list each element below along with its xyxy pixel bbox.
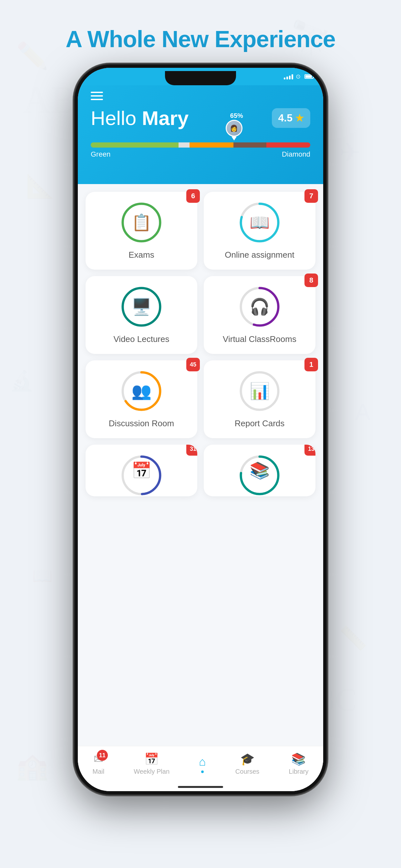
progress-percent: 65% xyxy=(230,112,243,120)
label-video-lectures: Video Lectures xyxy=(114,334,169,344)
notch xyxy=(165,71,236,85)
card-discussion-room[interactable]: 45 👥 Discussion Room xyxy=(86,361,197,438)
label-discussion-room: Discussion Room xyxy=(109,418,174,429)
phone-frame: ⊙ Hello Mary 4.5 ★ xyxy=(74,65,327,795)
hamburger-menu[interactable] xyxy=(91,92,310,100)
nav-mail[interactable]: ✉ 11 Mail xyxy=(93,752,104,775)
star-icon: ★ xyxy=(295,113,304,124)
badge-online-assignment: 7 xyxy=(305,189,318,203)
cards-grid: 6 📋 Exams 7 xyxy=(86,192,315,496)
label-online-assignment: Online assignment xyxy=(225,250,294,260)
signal-bars-icon xyxy=(284,73,293,80)
badge-item7: 31 xyxy=(186,445,197,456)
mail-badge: 11 xyxy=(97,750,108,761)
progress-orange xyxy=(189,143,234,148)
header: Hello Mary 4.5 ★ 65% 👩 xyxy=(78,68,323,184)
badge-virtual-classrooms: 8 xyxy=(305,274,318,287)
card-report-cards[interactable]: 1 📊 Report Cards xyxy=(204,361,315,438)
library-label: Library xyxy=(289,768,308,775)
card-exams[interactable]: 6 📋 Exams xyxy=(86,192,197,270)
progress-bar xyxy=(91,143,310,148)
svg-text:🔬: 🔬 xyxy=(10,369,34,392)
svg-text:🏫: 🏫 xyxy=(16,751,49,781)
svg-text:📐: 📐 xyxy=(26,173,54,199)
icon-video-lectures: 🖥️ xyxy=(120,286,162,328)
icon-report-cards: 📊 xyxy=(239,370,281,412)
library-icon: 📚 xyxy=(291,752,306,766)
svg-text:📖: 📖 xyxy=(32,566,53,585)
card-video-lectures[interactable]: 🖥️ Video Lectures xyxy=(86,276,197,354)
progress-section: 65% 👩 Green Diamond xyxy=(78,129,323,165)
avatar: 👩 xyxy=(226,120,243,136)
progress-white xyxy=(179,143,189,148)
svg-text:A: A xyxy=(355,399,370,425)
nav-library[interactable]: 📚 Library xyxy=(289,752,308,775)
progress-red xyxy=(266,143,310,148)
label-report-cards: Report Cards xyxy=(235,418,285,429)
battery-icon xyxy=(305,74,313,79)
greeting-normal: Hello xyxy=(91,107,142,129)
badge-report-cards: 1 xyxy=(305,358,318,371)
rating-value: 4.5 xyxy=(278,112,292,124)
svg-text:✈: ✈ xyxy=(339,138,361,167)
badge-exams: 6 xyxy=(186,189,200,203)
page-title: A Whole New Experience xyxy=(0,26,401,52)
home-indicator xyxy=(178,786,223,788)
courses-icon: 🎓 xyxy=(240,752,255,766)
greeting-text: Hello Mary xyxy=(91,106,189,129)
weekly-plan-label: Weekly Plan xyxy=(134,768,169,775)
home-icon: ⌂ xyxy=(199,755,206,769)
nav-courses[interactable]: 🎓 Courses xyxy=(235,752,259,775)
page-title-bold: Experience xyxy=(215,26,335,52)
wifi-icon: ⊙ xyxy=(296,73,301,80)
weekly-plan-icon: 📅 xyxy=(144,752,159,766)
label-virtual-classrooms: Virtual ClassRooms xyxy=(223,334,297,344)
icon-item7: 📅 xyxy=(120,454,162,487)
level-start-label: Green xyxy=(91,150,111,159)
icon-virtual-classrooms: 🎧 xyxy=(239,286,281,328)
progress-labels: Green Diamond xyxy=(91,150,310,159)
main-content: 6 📋 Exams 7 xyxy=(78,184,323,791)
icon-exams: 📋 xyxy=(120,202,162,244)
icon-item8: 📚 xyxy=(239,454,281,487)
level-end-label: Diamond xyxy=(282,150,310,159)
card-online-assignment[interactable]: 7 📖 Online assignment xyxy=(204,192,315,270)
label-exams: Exams xyxy=(128,250,154,260)
icon-online-assignment: 📖 xyxy=(239,202,281,244)
mail-label: Mail xyxy=(93,768,104,775)
nav-home[interactable]: ⌂ xyxy=(199,755,206,773)
greeting-bold: Mary xyxy=(142,107,189,129)
phone-screen: ⊙ Hello Mary 4.5 ★ xyxy=(78,68,323,791)
card-virtual-classrooms[interactable]: 8 🎧 Virtual ClassRooms xyxy=(204,276,315,354)
avatar-pin: 65% 👩 xyxy=(226,120,243,141)
nav-weekly-plan[interactable]: 📅 Weekly Plan xyxy=(134,752,169,775)
courses-label: Courses xyxy=(235,768,259,775)
avatar-pointer xyxy=(232,136,237,141)
progress-green xyxy=(91,143,179,148)
status-icons: ⊙ xyxy=(284,73,313,80)
bottom-nav: ✉ 11 Mail 📅 Weekly Plan ⌂ 🎓 Courses 📚 Li… xyxy=(78,746,323,791)
card-item7[interactable]: 31 📅 xyxy=(86,445,197,496)
rating-badge: 4.5 ★ xyxy=(272,108,310,128)
card-item8[interactable]: 13 📚 xyxy=(204,445,315,496)
page-title-normal: A Whole New xyxy=(66,26,214,52)
badge-item8: 13 xyxy=(305,445,315,456)
home-dot xyxy=(201,771,204,773)
progress-brown xyxy=(234,143,266,148)
svg-text:📏: 📏 xyxy=(339,625,367,652)
icon-discussion-room: 👥 xyxy=(120,370,162,412)
badge-discussion-room: 45 xyxy=(186,358,200,371)
